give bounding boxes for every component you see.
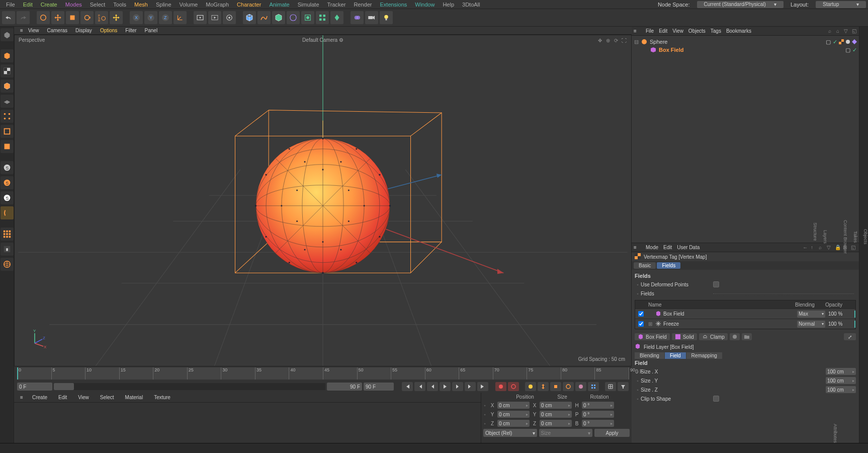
coords-y-pos[interactable]: 0 cm▸ — [497, 411, 530, 418]
render-pv-button[interactable] — [208, 11, 221, 24]
prev-key-button[interactable] — [414, 382, 425, 391]
obj-name-boxfield[interactable]: Box Field — [659, 47, 684, 53]
field-folder-button[interactable] — [742, 333, 752, 340]
size-x-input[interactable]: 100 cm▸ — [826, 368, 856, 375]
objman-file[interactable]: File — [646, 28, 654, 34]
objman-search-icon[interactable]: ⌕ — [827, 28, 833, 34]
menu-edit[interactable]: Edit — [19, 2, 37, 8]
deformer-button[interactable] — [287, 11, 300, 24]
field-row-boxfield[interactable]: Box Field Max▾ 100 % — [635, 309, 855, 319]
point-mode[interactable] — [1, 110, 14, 123]
coords-z-pos[interactable]: 0 cm▸ — [497, 420, 530, 427]
coords-apply-button[interactable]: Apply — [594, 429, 630, 437]
sidetab-content[interactable]: Content Browser — [843, 220, 848, 254]
key-pla-toggle[interactable] — [588, 382, 599, 391]
light-button[interactable] — [380, 11, 393, 24]
time-current-field[interactable]: 90 F — [364, 383, 394, 391]
coords-x-size[interactable]: 0 cm▸ — [540, 402, 572, 409]
vp-menu-panel[interactable]: Panel — [141, 28, 162, 33]
field-enable-checkbox[interactable] — [638, 321, 644, 327]
attr-up-icon[interactable]: ↑ — [811, 245, 817, 251]
attrman-userdata[interactable]: User Data — [677, 245, 700, 250]
menu-character[interactable]: Character — [233, 2, 265, 8]
coords-mode-select[interactable]: Object (Rel)▾ — [483, 429, 537, 437]
menu-file[interactable]: File — [2, 2, 19, 8]
texture-mode[interactable] — [1, 64, 14, 78]
keyframe-sel-button[interactable] — [525, 382, 536, 391]
key-scale-toggle[interactable] — [550, 382, 561, 391]
coords-b-rot[interactable]: 0 °▸ — [582, 420, 614, 427]
menu-render[interactable]: Render — [350, 2, 376, 8]
objman-menu-icon[interactable]: ≡ — [634, 28, 641, 34]
generator-button[interactable] — [272, 11, 285, 24]
sidetab-takes[interactable]: Takes — [853, 231, 858, 243]
recent-tool[interactable] — [110, 11, 123, 24]
undo-button[interactable] — [2, 11, 15, 24]
fieldlayer-tab-blending[interactable]: Blending — [635, 352, 664, 359]
add-clamp-button[interactable]: Clamp — [699, 333, 728, 340]
field-blend-select[interactable]: Max▾ — [797, 311, 825, 318]
vp-menu-display[interactable]: Display — [71, 28, 96, 33]
key-rot-toggle[interactable] — [563, 382, 574, 391]
goto-start-button[interactable] — [402, 382, 413, 391]
coords-h-rot[interactable]: 0 °▸ — [582, 402, 614, 409]
size-y-input[interactable]: 100 cm▸ — [826, 377, 856, 384]
menu-spline[interactable]: Spline — [152, 2, 176, 8]
time-range-slider[interactable] — [54, 383, 325, 390]
timeline-filter-button[interactable] — [618, 382, 629, 391]
locked-workplane[interactable] — [1, 243, 14, 256]
field-more-button[interactable] — [730, 333, 740, 340]
layout-select[interactable]: Startup▾ — [816, 1, 866, 8]
redo-button[interactable] — [17, 11, 30, 24]
attr-search-icon[interactable]: ⌕ — [819, 245, 825, 251]
vp-menu-cameras[interactable]: Cameras — [43, 28, 72, 33]
visible-editor-toggle[interactable]: ✓ — [832, 39, 837, 44]
field-opacity-value[interactable]: 100 % — [826, 311, 854, 317]
time-start-field[interactable]: 0 F — [17, 383, 52, 391]
volume-button[interactable] — [351, 11, 364, 24]
timeline-ruler[interactable]: 051015202530354045505560657075808590 0 F — [17, 367, 629, 380]
coords-y-size[interactable]: 0 cm▸ — [540, 411, 572, 418]
attrman-edit[interactable]: Edit — [663, 245, 672, 250]
coords-size-select[interactable]: Size▾ — [539, 429, 593, 437]
menu-mesh[interactable]: Mesh — [130, 2, 152, 8]
key-pos-toggle[interactable] — [538, 382, 549, 391]
effector-button[interactable] — [330, 11, 343, 24]
rotate-tool[interactable] — [80, 11, 94, 24]
coords-z-size[interactable]: 0 cm▸ — [540, 420, 572, 427]
mograph-button[interactable] — [316, 11, 329, 24]
polygon-mode[interactable] — [1, 140, 14, 153]
psr-tool[interactable]: PSR — [95, 11, 108, 24]
snap-toggle[interactable]: S — [1, 161, 14, 174]
next-frame-button[interactable] — [452, 382, 463, 391]
menu-simulate[interactable]: Simulate — [294, 2, 323, 8]
autokey-button[interactable] — [508, 382, 519, 391]
field-tag-icon[interactable] — [852, 39, 857, 44]
objman-maximize-icon[interactable]: ◱ — [851, 28, 857, 34]
sidetab-structure[interactable]: Structure — [813, 222, 818, 241]
fieldlayer-tab-remap[interactable]: Remapping — [686, 352, 722, 359]
key-param-toggle[interactable] — [575, 382, 586, 391]
object-tree[interactable]: ⊟ Sphere ▢ ✓ Box — [632, 36, 859, 243]
attrman-menu-icon[interactable]: ≡ — [634, 245, 641, 250]
objman-tags[interactable]: Tags — [711, 28, 721, 34]
size-z-input[interactable]: 100 cm▸ — [826, 386, 856, 393]
y-axis-toggle[interactable]: Y — [144, 11, 157, 24]
camera-button[interactable] — [365, 11, 378, 24]
coord-system-toggle[interactable] — [173, 11, 187, 24]
record-button[interactable] — [495, 382, 506, 391]
attr-tab-fields[interactable]: Fields — [657, 262, 680, 269]
model-mode[interactable] — [1, 49, 14, 62]
matman-edit[interactable]: Edit — [55, 395, 70, 400]
vertexmap-tag-icon[interactable] — [839, 39, 844, 44]
matman-select[interactable]: Select — [97, 395, 117, 400]
snap-toggle-3[interactable]: S — [1, 191, 14, 204]
matman-texture[interactable]: Texture — [151, 395, 173, 400]
workplane-mode[interactable] — [1, 95, 14, 108]
visible-editor-toggle[interactable]: ✓ — [852, 47, 857, 52]
goto-end-button[interactable] — [477, 382, 488, 391]
menu-select[interactable]: Select — [86, 2, 110, 8]
attr-lock-icon[interactable]: 🔒 — [835, 245, 841, 251]
scale-tool[interactable] — [66, 11, 79, 24]
menu-volume[interactable]: Volume — [176, 2, 202, 8]
